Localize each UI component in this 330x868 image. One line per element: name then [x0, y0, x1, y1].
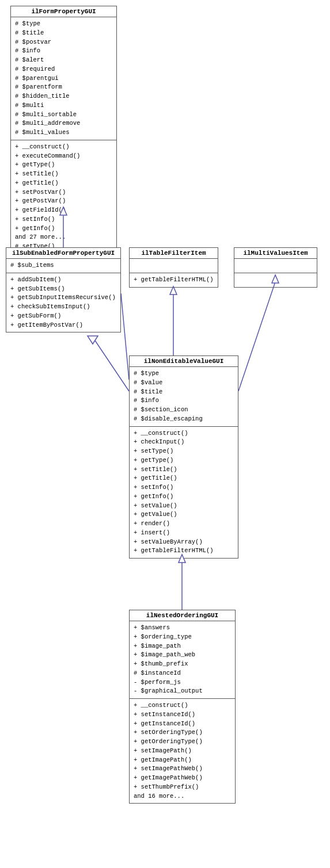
box-attrs-ilNonEditableValueGUI: # $type # $value # $title # $info # $sec… — [130, 367, 238, 427]
box-ilNestedOrderingGUI: ilNestedOrderingGUI + $answers + $orderi… — [129, 610, 236, 804]
box-attrs-ilSubEnabledFormPropertyGUI: # $sub_items — [6, 259, 120, 273]
box-title-ilSubEnabledFormPropertyGUI: ilSubEnabledFormPropertyGUI — [6, 248, 120, 259]
box-attrs-ilFormPropertyGUI: # $type # $title # $postvar # $info # $a… — [11, 17, 116, 140]
box-methods-ilMultiValuesItem — [234, 273, 317, 287]
box-title-ilNestedOrderingGUI: ilNestedOrderingGUI — [130, 610, 235, 621]
box-methods-ilNonEditableValueGUI: + __construct() + checkInput() + setType… — [130, 427, 238, 559]
svg-marker-4 — [88, 336, 98, 344]
box-title-ilMultiValuesItem: ilMultiValuesItem — [234, 248, 317, 259]
box-methods-ilNestedOrderingGUI: + __construct() + setInstanceId() + getI… — [130, 699, 235, 803]
box-attrs-ilNestedOrderingGUI: + $answers + $ordering_type + $image_pat… — [130, 621, 235, 699]
box-title-ilTableFilterItem: ilTableFilterItem — [130, 248, 218, 259]
box-ilSubEnabledFormPropertyGUI: ilSubEnabledFormPropertyGUI # $sub_items… — [6, 247, 121, 332]
svg-marker-6 — [170, 286, 177, 295]
box-methods-ilFormPropertyGUI: + __construct() + executeCommand() + get… — [11, 140, 116, 263]
box-ilNonEditableValueGUI: ilNonEditableValueGUI # $type # $value #… — [129, 355, 238, 559]
box-attrs-ilMultiValuesItem — [234, 259, 317, 273]
diagram-container: ilFormPropertyGUI # $type # $title # $po… — [0, 0, 330, 868]
box-methods-ilTableFilterItem: + getTableFilterHTML() — [130, 273, 218, 287]
box-title-ilFormPropertyGUI: ilFormPropertyGUI — [11, 6, 116, 17]
box-ilFormPropertyGUI: ilFormPropertyGUI # $type # $title # $po… — [10, 6, 117, 263]
box-ilTableFilterItem: ilTableFilterItem + getTableFilterHTML() — [129, 247, 218, 288]
svg-line-7 — [238, 282, 275, 391]
box-attrs-ilTableFilterItem — [130, 259, 218, 273]
box-methods-ilSubEnabledFormPropertyGUI: + addSubItem() + getSubItems() + getSubI… — [6, 273, 120, 332]
box-title-ilNonEditableValueGUI: ilNonEditableValueGUI — [130, 356, 238, 367]
box-ilMultiValuesItem: ilMultiValuesItem — [234, 247, 317, 288]
svg-line-3 — [95, 341, 129, 391]
